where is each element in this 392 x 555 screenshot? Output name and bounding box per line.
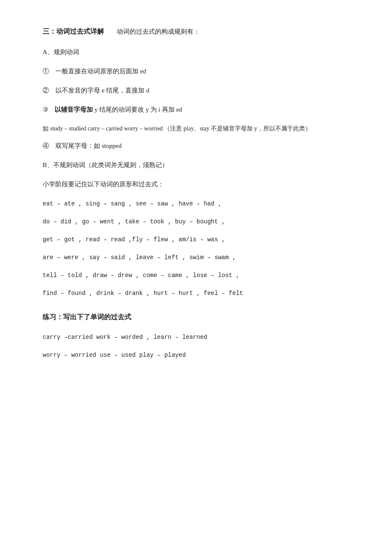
- exercise-line-1: carry –carried work – worded , learn – l…: [43, 331, 349, 343]
- verb-line-6: find – found , drink – drank , hurt – hu…: [43, 287, 349, 299]
- verb-line-1: eat – ate , sing – sang , see – saw , ha…: [43, 198, 349, 210]
- rule-item-1: ① 一般直接在动词原形的后面加 ed: [43, 66, 349, 77]
- rule-item-2: ② 以不发音的字母 e 结尾，直接加 d: [43, 85, 349, 96]
- rule-num-4: ④: [43, 142, 49, 149]
- verb-line-4: are – were , say – said , leave – left ,…: [43, 251, 349, 263]
- rule-num-2: ②: [43, 87, 49, 94]
- subtitleB: B、不规则动词（此类词并无规则，须熟记）: [43, 159, 349, 171]
- verb-line-3: get – got , read – read ,fly – flew , am…: [43, 234, 349, 246]
- section-subtitle: 动词的过去式的构成规则有：: [117, 28, 200, 35]
- example-note: 如 study – studied carry – carried worry …: [43, 123, 349, 135]
- rule-item-4: ④ 双写尾字母：如 stopped: [43, 140, 349, 152]
- subtitleA: A、规则动词: [43, 46, 349, 58]
- section-title: 三：动词过去式详解: [43, 28, 104, 35]
- rule-text-2: 以不发音的字母 e 结尾，直接加 d: [55, 87, 149, 94]
- exercise-line-2: worry – worried use – used play – played: [43, 349, 349, 361]
- rule-text-3: y 结尾的动词要改 y 为 i 再加 ed: [93, 106, 182, 113]
- rule-bold-part: 以辅音字母加: [55, 106, 93, 113]
- verb-line-5: tell – told , draw – drew , come – came …: [43, 269, 349, 281]
- rule-text-1: 一般直接在动词原形的后面加 ed: [55, 68, 146, 75]
- rule-text-4: 双写尾字母：如 stopped: [55, 142, 121, 149]
- rule-item-3: ③ 以辅音字母加 y 结尾的动词要改 y 为 i 再加 ed: [43, 104, 349, 116]
- rule-num-1: ①: [43, 68, 49, 75]
- exercise-title: 练习：写出下了单词的过去式: [43, 311, 349, 324]
- B-subtitle: 小学阶段要记住以下动词的原形和过去式：: [43, 179, 349, 190]
- verb-line-2: do – did , go – went , take – took , buy…: [43, 216, 349, 228]
- rule-num-3: ③: [43, 106, 48, 113]
